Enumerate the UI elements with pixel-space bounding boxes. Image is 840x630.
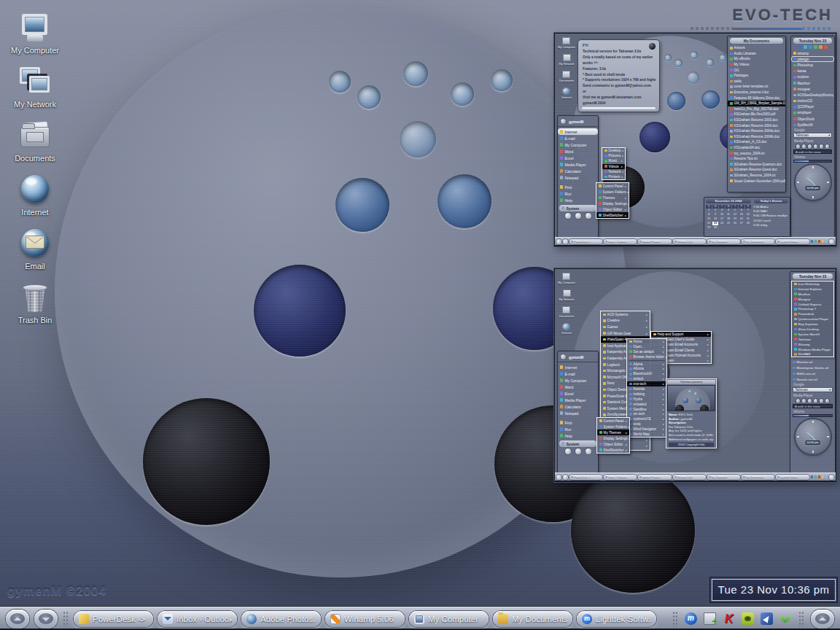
taskbar-grip[interactable]: [798, 611, 804, 627]
menu-item-icon: [604, 165, 607, 168]
menu-item-icon: [560, 192, 563, 195]
mini-round-button: [556, 475, 561, 480]
mini-round-button: [829, 475, 834, 480]
screenshot-window-theme-preview-1[interactable]: My ComputerMy NetworkDocumentsInternet F…: [554, 33, 836, 246]
submenu-item: Videos: [602, 164, 625, 169]
calendar: November 23 2004 SMTWTFS 123456789101112…: [705, 198, 752, 236]
calendar-day: 27: [739, 222, 744, 226]
wallpaper-hole: [357, 85, 381, 109]
taskbar-scroll-up-button[interactable]: [6, 610, 29, 629]
tray-grip[interactable]: [672, 611, 678, 627]
menu-item-icon: [599, 425, 602, 428]
task-button[interactable]: Winamp 5.06: [325, 611, 405, 627]
menu-item-icon: [560, 405, 563, 408]
desktop-icon-label: Internet: [21, 208, 48, 217]
start-menu-item: Find: [558, 184, 598, 190]
folder-icon: [603, 326, 606, 329]
task-button[interactable]: Lighttek Softw...: [577, 611, 656, 627]
taskbar-grip[interactable]: [63, 611, 69, 627]
task-button[interactable]: PowerDesk -> ...: [74, 611, 153, 627]
analog-clock: 10:36 pm: [796, 165, 831, 200]
task-icon: [330, 614, 341, 624]
file-icon: [730, 58, 733, 61]
mini-taskbar: PowerDesk -> ...Inbox - Outlook...Adobe …: [555, 237, 836, 245]
calendar-day: 16: [712, 217, 718, 222]
file-row: KSGraham Resume 2003.doc: [728, 117, 785, 123]
volume-slider: [793, 414, 833, 417]
watermark: gymenM ©2004: [7, 584, 106, 599]
nvidia-tray-icon[interactable]: [742, 612, 754, 625]
desktop-icon-glyph: [18, 121, 52, 152]
media-track-marquee: A walk in the snow: [793, 149, 832, 154]
shortcut-icon: [793, 76, 796, 79]
desktop-icon[interactable]: Documents: [3, 121, 67, 163]
theme-preview-popup: Talisman preview Name: EVO-Tech Author: …: [666, 378, 717, 448]
task-button[interactable]: Adobe Photos...: [241, 611, 321, 627]
desktop-icon-label: Email: [25, 262, 45, 271]
logo-text: EVO-TECH: [691, 6, 833, 25]
task-button[interactable]: Inbox - Outlook...: [158, 611, 237, 627]
sidebar-program: Maxthon: [792, 292, 833, 297]
sidebar-program: Movgear: [792, 297, 833, 302]
sidebar-program: Internet Explorer: [792, 287, 833, 292]
mini-icon-glyph: [562, 306, 570, 314]
taskbar-clock[interactable]: Tue 23 Nov 10:36 pm: [709, 577, 838, 603]
desktop-icon[interactable]: Trash Bin: [3, 283, 67, 324]
menu-item-icon: [560, 130, 563, 133]
theme-icon: [629, 408, 632, 411]
file-row: OG: [728, 67, 785, 73]
theme-icon: [629, 362, 632, 365]
menu-item-icon: [560, 365, 563, 368]
mini-desktop-1: My ComputerMy NetworkDocumentsInternet F…: [555, 34, 836, 246]
shortcut-icon: [793, 64, 796, 67]
task-icon: [414, 614, 424, 624]
menu-item-icon: [560, 434, 563, 437]
file-icon: [730, 113, 733, 116]
submenu-item: Help and Support: [651, 332, 711, 337]
sidebar-shortcut: iexplore: [791, 74, 834, 80]
mini-icon-glyph: [562, 273, 570, 280]
kaspersky-tray-icon[interactable]: [723, 612, 735, 625]
file-row: Executive_resume.f.doc: [728, 90, 785, 96]
file-row: my_resume_2004.txt: [728, 150, 785, 156]
mini-task-button: Adobe Photos...: [638, 239, 671, 244]
menu-item-icon: [604, 171, 607, 174]
desktop-icon[interactable]: Email: [3, 229, 67, 271]
submenu-item: ShellSwitcher: [597, 447, 629, 453]
shortcut-icon: [793, 112, 796, 114]
task-button[interactable]: My Computer: [409, 611, 489, 627]
screenshot-window-theme-preview-2[interactable]: My ComputerMy NetworkDocumentsInternet g…: [554, 268, 836, 482]
desktop-icon[interactable]: My Network: [3, 67, 67, 109]
task-icon: [163, 614, 173, 624]
file-row: KSGraham Resume 2004a.doc: [728, 128, 785, 134]
taskbar-collapse-button[interactable]: [811, 610, 834, 629]
folder-icon: [603, 332, 606, 335]
mini-round-button: [563, 475, 568, 480]
calendar-day: 10: [719, 213, 725, 217]
folder-icon: [603, 363, 606, 366]
desktop-icon[interactable]: Internet: [3, 175, 67, 217]
folder-icon: [603, 338, 606, 341]
wallpaper-hole: [329, 71, 351, 93]
maxthon-tray-icon[interactable]: [685, 612, 697, 625]
mini-icon-glyph: [563, 289, 571, 297]
file-row: KSGraham04.doc: [728, 145, 785, 151]
taskbar-scroll-down-button[interactable]: [34, 610, 58, 629]
mini-start-menu: gymenM InternetE-mailMy ComputerWordExce…: [557, 351, 599, 473]
mini-task-button: Lighttek Softw...: [776, 239, 809, 244]
leaf-tray-icon[interactable]: [779, 612, 792, 625]
task-button[interactable]: My Documents: [493, 611, 572, 627]
file-row: Audio Librarian: [728, 51, 785, 57]
sidebar-title: Tuesday Nov 23: [793, 38, 832, 44]
calendar-day: 8: [706, 213, 712, 217]
events-title: Today's Events: [754, 199, 788, 203]
menu-item-icon: [599, 208, 602, 211]
desktop-icon[interactable]: My Computer: [3, 13, 67, 55]
update-tray-icon[interactable]: [704, 612, 716, 625]
calendar-day: 25: [726, 222, 731, 226]
pointer-tray-icon[interactable]: [761, 612, 773, 625]
menu-item-icon: [560, 372, 563, 375]
file-icon: [730, 130, 733, 133]
file-icon: [730, 102, 733, 105]
file-icon: [730, 158, 733, 160]
